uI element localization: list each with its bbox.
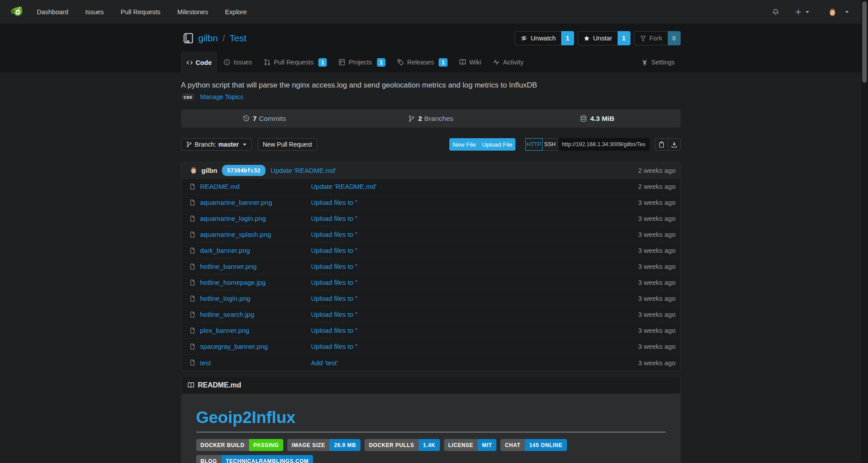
file-name-link[interactable]: spacegray_banner.png xyxy=(200,343,268,350)
file-toolbar-right: New File Upload File HTTP SSH xyxy=(449,138,680,151)
repo-main: A python script that will parse the ngin… xyxy=(181,81,681,463)
file-row: spacegray_banner.png Upload files to '' … xyxy=(182,339,680,355)
topic-css[interactable]: css xyxy=(181,93,195,100)
tab-releases[interactable]: Releases 1 xyxy=(391,52,453,72)
commit-message-link[interactable]: Update 'README.md' xyxy=(271,167,336,174)
scrollbar-thumb[interactable] xyxy=(862,1,867,83)
file-icon xyxy=(189,215,196,222)
tab-code[interactable]: Code xyxy=(181,52,217,72)
blog-badge: BLOG TECHNICALRAMBLINGS.COM xyxy=(196,455,313,463)
branches-stat[interactable]: 2 Branches xyxy=(348,115,514,123)
copy-url-button[interactable] xyxy=(655,139,668,150)
ssh-toggle[interactable]: SSH xyxy=(543,138,558,151)
unstar-button[interactable]: Unstar xyxy=(578,31,618,45)
repo-name-link[interactable]: Test xyxy=(230,33,247,44)
file-name-cell: hotline_homepage.jpg xyxy=(182,279,311,286)
file-row: hotline_search.jpg Upload files to '' 3 … xyxy=(182,307,680,323)
file-commit-link[interactable]: Upload files to '' xyxy=(311,295,358,302)
file-commit-link[interactable]: Upload files to '' xyxy=(311,343,358,350)
file-name-cell: test xyxy=(182,359,311,367)
commit-author-link[interactable]: gilbn xyxy=(202,167,218,174)
file-commit-link[interactable]: Update 'README.md' xyxy=(311,183,377,190)
file-name-link[interactable]: dark_banner.png xyxy=(200,247,250,254)
scrollbar[interactable] xyxy=(861,0,868,463)
file-row: aquamarine_banner.png Upload files to ''… xyxy=(182,195,680,211)
new-pull-request-button[interactable]: New Pull Request xyxy=(258,138,317,151)
file-commit-link[interactable]: Upload files to '' xyxy=(311,279,358,286)
fork-button[interactable]: Fork xyxy=(634,31,668,45)
file-date: 2 weeks ago xyxy=(614,183,680,190)
file-commit-link[interactable]: Upload files to '' xyxy=(311,263,358,270)
file-name-link[interactable]: test xyxy=(200,359,211,367)
repo-owner-link[interactable]: gilbn xyxy=(198,33,218,44)
forks-count[interactable]: 0 xyxy=(668,31,681,45)
chat-badge: CHAT 145 ONLINE xyxy=(500,439,567,451)
nav-milestones[interactable]: Milestones xyxy=(169,0,216,24)
download-icon xyxy=(671,141,678,148)
file-commit-link[interactable]: Upload files to '' xyxy=(311,247,358,254)
file-name-link[interactable]: hotline_homepage.jpg xyxy=(200,279,266,286)
size-stat[interactable]: 4.3 MiB xyxy=(514,115,681,123)
file-date: 3 weeks ago xyxy=(614,311,680,318)
commits-stat[interactable]: 7 Commits xyxy=(181,115,348,123)
watchers-count[interactable]: 1 xyxy=(561,31,574,45)
chevron-down-icon xyxy=(805,11,809,13)
file-name-link[interactable]: hotline_search.jpg xyxy=(200,311,254,318)
tab-issues[interactable]: Issues xyxy=(218,52,258,72)
file-date: 3 weeks ago xyxy=(614,343,680,350)
tab-settings[interactable]: Settings xyxy=(635,52,680,72)
tab-activity[interactable]: Activity xyxy=(487,52,529,72)
stars-count[interactable]: 1 xyxy=(618,31,630,45)
unwatch-button[interactable]: Unwatch xyxy=(515,31,561,45)
notifications-button[interactable] xyxy=(766,0,785,24)
nav-pull-requests[interactable]: Pull Requests xyxy=(112,0,169,24)
user-menu-button[interactable] xyxy=(815,0,849,24)
eye-slash-icon xyxy=(520,35,527,42)
gitea-logo[interactable] xyxy=(10,4,25,19)
branch-selector[interactable]: Branch: master xyxy=(181,138,252,151)
clone-url-input[interactable] xyxy=(558,138,650,151)
file-name-link[interactable]: README.md xyxy=(200,183,240,190)
file-commit-link[interactable]: Upload files to '' xyxy=(311,215,358,222)
file-name-link[interactable]: aquamarine_splash.png xyxy=(200,231,271,238)
file-message-cell: Upload files to '' xyxy=(311,311,614,318)
nav-dashboard[interactable]: Dashboard xyxy=(28,0,77,24)
file-message-cell: Upload files to '' xyxy=(311,231,614,238)
file-commit-link[interactable]: Upload files to '' xyxy=(311,311,358,318)
create-new-button[interactable] xyxy=(789,0,815,24)
file-name-link[interactable]: aquamarine_login.png xyxy=(200,215,266,222)
file-commit-link[interactable]: Add 'test' xyxy=(311,359,338,367)
tab-projects[interactable]: Projects 1 xyxy=(333,52,391,72)
file-message-cell: Upload files to '' xyxy=(311,279,614,286)
new-file-button[interactable]: New File xyxy=(449,141,479,148)
file-row: test Add 'test' 3 weeks ago xyxy=(182,355,680,371)
book-icon xyxy=(187,382,194,389)
readme-header: README.md xyxy=(181,376,681,394)
file-name-link[interactable]: aquamarine_banner.png xyxy=(200,199,273,206)
file-name-link[interactable]: hotline_banner.png xyxy=(200,263,257,270)
file-name-cell: aquamarine_login.png xyxy=(182,215,311,222)
file-icon xyxy=(189,295,196,302)
commit-sha-badge[interactable]: 57384bfc32 xyxy=(222,165,265,176)
tab-pull-requests[interactable]: Pull Requests 1 xyxy=(258,52,333,72)
tab-wiki[interactable]: Wiki xyxy=(453,52,487,72)
commit-author-avatar[interactable] xyxy=(189,166,198,175)
manage-topics-link[interactable]: Manage Topics xyxy=(200,93,243,100)
nav-explore[interactable]: Explore xyxy=(217,0,255,24)
database-icon xyxy=(580,115,587,122)
nav-issues[interactable]: Issues xyxy=(77,0,112,24)
image-size-badge: IMAGE SIZE 26.9 MB xyxy=(287,439,361,451)
file-icon xyxy=(189,359,196,366)
file-commit-link[interactable]: Upload files to '' xyxy=(311,199,358,206)
http-toggle[interactable]: HTTP xyxy=(525,138,543,151)
repo-actions: Unwatch 1 Unstar 1 xyxy=(511,31,680,45)
file-commit-link[interactable]: Upload files to '' xyxy=(311,327,358,334)
file-commit-link[interactable]: Upload files to '' xyxy=(311,231,358,238)
file-icon xyxy=(189,327,196,334)
upload-file-button[interactable]: Upload File xyxy=(479,141,515,148)
download-button[interactable] xyxy=(668,139,680,150)
file-name-link[interactable]: hotline_login.png xyxy=(200,295,250,302)
gitea-logo-icon xyxy=(10,4,25,19)
fork-icon xyxy=(640,35,646,42)
file-name-link[interactable]: plex_banner.png xyxy=(200,327,250,334)
